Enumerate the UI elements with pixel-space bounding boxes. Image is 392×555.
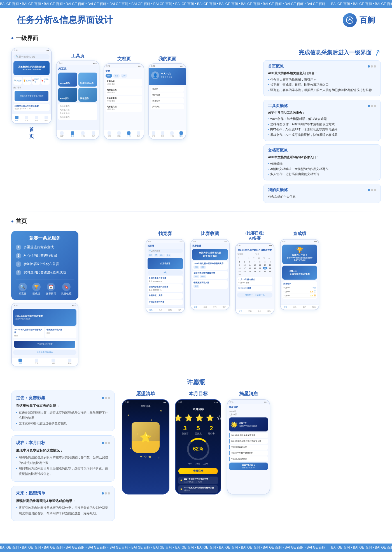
cn-home[interactable]: 首页 (239, 310, 242, 313)
find-comp-nav[interactable]: 🔍找竞赛 (13, 77, 22, 85)
cp-event-1[interactable]: 11月25日 报名截止 12月10日 初赛 (237, 277, 272, 285)
hp-action-btn[interactable]: 进入比赛 开始报名 (13, 350, 76, 355)
fcp-card-2[interactable]: 全国大学生生科技竞赛 截止: 2024-05-01 (148, 284, 183, 292)
user-avatar: 👤 (151, 71, 159, 79)
tag-math[interactable]: 数学 (166, 254, 171, 257)
nav-tool[interactable]: 工具 (25, 116, 28, 122)
fcp-card-3[interactable]: 中国海设计大赛 (148, 293, 183, 299)
dnav-tool[interactable]: 工具 (117, 131, 121, 138)
bp-card-3[interactable]: 中国海洋设计大赛 设计 (192, 280, 228, 289)
ppt-tool[interactable]: PPT创作 (58, 88, 77, 102)
shf-item-2[interactable]: 2023年第九届中西部外语翻译大赛 (229, 439, 268, 444)
hnav-tool[interactable]: 工具 (35, 359, 38, 365)
hnav-doc[interactable]: 文档 (52, 359, 55, 365)
my-phone-frame: 9:41●●● 👤 个人中心 查看个人信息 (148, 63, 186, 140)
gpf-comp-2[interactable]: ⭐ 2023年第九届中西部外语翻译大赛 进行中 (178, 485, 218, 493)
doc-item-1[interactable]: 竞赛小报 5天前 修改 (106, 79, 142, 87)
cn-doc[interactable]: 文档 (258, 310, 261, 313)
tnav-tool[interactable]: 工具 (71, 131, 74, 138)
bp-card-2[interactable]: 全国大学生数学建模竞赛 全国数学 (192, 271, 228, 279)
doc-item-3[interactable]: 无标题文档 7天前 修改 (106, 96, 142, 103)
search-bar[interactable]: 🔍 搜一搜 全站内容 (13, 54, 50, 59)
hot-comp-1[interactable]: 华为云开发者联盟系列课程 (13, 90, 50, 103)
mnav-tool[interactable]: 工具 (161, 131, 164, 138)
bn-my[interactable]: 我的 (223, 306, 226, 308)
tnav-home[interactable]: 首页 (60, 131, 64, 138)
my-item-3[interactable]: 参赛记录› (151, 98, 184, 103)
tnav-my[interactable]: 我的 (92, 131, 95, 138)
cn-tool[interactable]: 工具 (248, 310, 252, 313)
shf-item-4[interactable]: 全国大学生数学建模竞赛 (229, 450, 268, 456)
fn-my[interactable]: 我的 (178, 309, 181, 311)
bn-doc[interactable]: 文档 (213, 306, 216, 308)
dnav-home[interactable]: 首页 (108, 131, 111, 138)
fn-doc[interactable]: 文档 (168, 309, 172, 311)
hnav-my[interactable]: 我的 (68, 359, 71, 365)
nav-my[interactable]: 我的 (45, 116, 48, 122)
hnav-home[interactable]: 首页 (18, 359, 22, 365)
bp-banner: 全国大学生英语四六级比赛 报名截止 (192, 249, 228, 260)
my-item-1[interactable]: 许愿瓶› (151, 87, 184, 92)
mindmap-tool[interactable]: 思维导图创作 (78, 73, 97, 87)
hp-comp-2[interactable]: 中国海洋设计大赛 全国 (45, 327, 76, 338)
fn-home[interactable]: 首页 (149, 309, 153, 311)
fcp-card-4[interactable]: 中国交叉设计大赛 (148, 299, 183, 305)
service-icon-score[interactable]: 🏆 查成绩 (32, 283, 41, 296)
tag-it[interactable]: IT (154, 254, 158, 257)
my-item-4[interactable]: 关于我们› (151, 104, 184, 109)
mnav-doc[interactable]: 文档 (170, 131, 174, 138)
panel-my-content: 包含常规的个人信息 (268, 194, 376, 199)
hot-comp-2[interactable]: 2024年全国大学生英语竞赛 截止日期: 2024-12-20 (13, 104, 50, 111)
sn-my[interactable]: 我的 (312, 306, 316, 308)
info-panels: 首页概览 APP最大的赛事相关信息入口集合： 包含重大赛事的轮播图，吸引用户 找… (263, 60, 381, 203)
bn-tool[interactable]: 工具 (204, 306, 207, 308)
mnav-my[interactable]: 我的 (179, 131, 183, 138)
nav-home[interactable]: 首页 (15, 116, 18, 122)
cp-ai-btn[interactable]: AI推荐下一步该做什么 (237, 292, 272, 298)
filter-recent[interactable]: 最近 (113, 74, 120, 78)
service-icon-bookmark[interactable]: 🔖 比赛收藏 (61, 283, 71, 296)
board-tool[interactable]: 展板创作 (78, 88, 97, 102)
gpf-stat-done: 5 已完成 (195, 425, 202, 435)
fn-tool[interactable]: 工具 (159, 309, 162, 311)
gpf-action-btn[interactable]: 查看详情 (178, 468, 218, 474)
doc-page-label: 文档页 (117, 56, 131, 62)
tag-all[interactable]: 全部 (148, 254, 153, 257)
calendar-nav[interactable]: 📅比赛日程 (32, 77, 40, 85)
fcp-register-btn[interactable]: 6天 (148, 270, 183, 275)
score-nav[interactable]: 🏆查成绩 (23, 77, 31, 85)
hp-comp-1[interactable]: 2023年第九届中西部外语翻译大赛 全国 (13, 327, 44, 338)
cp-event-2[interactable]: 12月20日 决赛 (237, 286, 272, 291)
sn-doc[interactable]: 文档 (303, 306, 306, 308)
doc-item-2[interactable]: 无标题文档 6天前 修改 (106, 87, 142, 95)
shf-item-5[interactable]: 中国交叉设计大赛 (229, 456, 268, 461)
home-phone-label: 首页 (29, 126, 34, 140)
dnav-my[interactable]: 我的 (137, 131, 140, 138)
star-label: 摘星消息 (239, 391, 258, 397)
nav-doc[interactable]: 文档 (35, 116, 38, 122)
dnav-doc[interactable]: 文档 (127, 131, 130, 138)
service-icon-calendar[interactable]: 📅 比赛日程 (46, 283, 56, 296)
bn-home[interactable]: 首页 (194, 306, 197, 308)
bookmark-nav[interactable]: 🔖比赛收藏 (41, 77, 50, 85)
tag-design[interactable]: 设计 (159, 254, 165, 257)
filter-shared[interactable]: 共享 (121, 74, 127, 78)
tnav-doc[interactable]: 文档 (81, 131, 85, 138)
service-icon-find[interactable]: 🔍 找竞赛 (18, 283, 27, 296)
shf-item-3[interactable]: 中国海洋设计大赛 (229, 445, 268, 450)
sn-home[interactable]: 首页 (284, 306, 287, 308)
bp-card-1[interactable]: 2023年第九届中西部外语翻译大赛 全国语言 (192, 261, 228, 270)
logo-area: 百舸 (343, 13, 375, 27)
shf-item-1[interactable]: 2024年全国大学生英语竞赛 (229, 433, 268, 438)
mnav-home[interactable]: 首页 (152, 131, 155, 138)
fcp-card-1[interactable]: 全国大学生外语竞赛 截止: 2024-03-20 (148, 276, 183, 284)
my-item-2[interactable]: 我的收藏› (151, 92, 184, 97)
gpf-comp-1[interactable]: ⭐ 2024年全国大学生英语竞赛 2023年5月31日 结束 (178, 477, 218, 484)
doc-item-4[interactable]: 无标题文档 8天前 修改 (106, 104, 142, 112)
word-tool[interactable]: Word创作 (58, 73, 77, 87)
sn-tool[interactable]: 工具 (293, 306, 297, 308)
service-item-4: 4 实时查询比赛进度&查询成绩 (16, 270, 74, 275)
cn-my[interactable]: 我的 (267, 310, 271, 313)
filter-all[interactable]: 全部 (106, 74, 112, 78)
fcp-search[interactable]: 🔍 搜索竞赛 (148, 249, 183, 253)
